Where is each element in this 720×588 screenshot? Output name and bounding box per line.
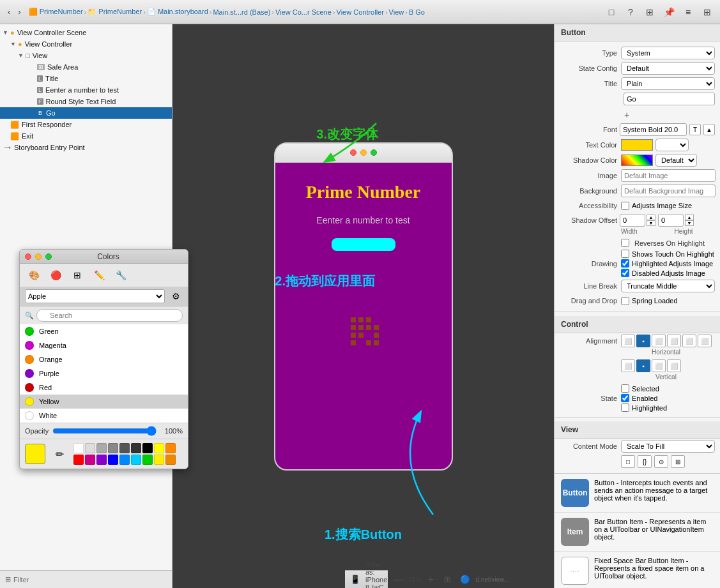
background-input[interactable]	[621, 185, 716, 197]
list-icon[interactable]: ≡	[680, 4, 696, 20]
color-item-orange[interactable]: Orange	[20, 352, 188, 366]
pin-icon[interactable]: 📌	[661, 4, 677, 20]
breadcrumb-item-8[interactable]: B Go	[409, 8, 425, 16]
breadcrumb-item-3[interactable]: 📄 Main.storyboard	[147, 8, 208, 16]
grid-cell-6[interactable]	[131, 443, 141, 453]
breadcrumb-item-4[interactable]: Main.st...rd (Base)	[213, 8, 270, 16]
title-text-input[interactable]	[624, 93, 715, 105]
back-button[interactable]: ‹	[5, 6, 13, 18]
shadow-color-well[interactable]	[621, 155, 653, 166]
shadow-h-up[interactable]: ▲	[685, 215, 694, 220]
breadcrumb-item-6[interactable]: View Controller	[337, 8, 384, 16]
component-item-button[interactable]: Button Button - Intercepts touch events …	[555, 474, 720, 513]
grid-cell-9[interactable]	[165, 443, 176, 453]
tree-item-vc[interactable]: ▼ ● View Controller	[0, 38, 172, 50]
zoom-out-btn[interactable]: —	[392, 573, 405, 586]
disabled-adjusts-checkbox[interactable]	[621, 269, 629, 277]
color-list-select[interactable]: Apple	[25, 289, 165, 303]
zoom-in-btn[interactable]: +	[424, 573, 437, 586]
valign-mid-btn[interactable]: ▪	[636, 359, 650, 372]
component-item-fixed-space[interactable]: ···· Fixed Space Bar Button Item - Repre…	[555, 552, 720, 588]
color-item-white[interactable]: White	[20, 409, 188, 423]
valign-bot-btn[interactable]: ⬜	[652, 359, 666, 372]
align-fill-btn[interactable]: ⬜	[667, 335, 681, 347]
grid-cell-16[interactable]	[142, 455, 153, 465]
grid-cell-4[interactable]	[108, 443, 118, 453]
color-item-red[interactable]: Red	[20, 381, 188, 395]
grid-cell-10[interactable]	[73, 455, 84, 465]
color-item-magenta[interactable]: Magenta	[20, 338, 188, 352]
grid-cell-7[interactable]	[142, 443, 153, 453]
tree-item-text-field[interactable]: F Round Style Text Field	[0, 96, 172, 107]
grid-cell-18[interactable]	[165, 455, 176, 465]
grid-cell-17[interactable]	[154, 455, 164, 465]
adjusts-image-checkbox[interactable]	[621, 202, 629, 210]
breadcrumb-item-2[interactable]: 📁 PrimeNumber	[88, 8, 142, 16]
image-input[interactable]	[621, 169, 716, 182]
color-item-yellow[interactable]: Yellow	[20, 395, 188, 409]
align-right-btn[interactable]: ⬜	[652, 335, 666, 347]
align-leading-btn[interactable]: ⬜	[682, 335, 696, 347]
grid-cell-3[interactable]	[96, 443, 107, 453]
grid-icon[interactable]: ⊞	[440, 572, 455, 587]
tree-item-first-responder[interactable]: 🟧 First Responder	[0, 119, 172, 130]
selected-state-checkbox[interactable]	[621, 384, 629, 393]
grid-cell-5[interactable]	[119, 443, 130, 453]
content-mode-select[interactable]: Scale To Fill	[621, 440, 715, 453]
tree-item-view[interactable]: ▼ □ View	[0, 50, 172, 61]
shows-touch-checkbox[interactable]	[621, 250, 629, 258]
tree-item-safe-area[interactable]: ⊞ Safe Area	[0, 61, 172, 73]
shadow-color-select[interactable]: Default	[655, 154, 697, 167]
color-slider-btn[interactable]: 🔴	[47, 268, 65, 283]
component-item-bar-btn[interactable]: Item Bar Button Item - Represents a item…	[555, 513, 720, 552]
enabled-state-checkbox[interactable]	[621, 394, 629, 402]
color-crayon-btn[interactable]: ✏️	[90, 268, 108, 283]
colors-search-input[interactable]	[36, 309, 183, 322]
ios-go-button[interactable]	[332, 238, 395, 251]
valign-fill-btn[interactable]: ⬜	[667, 359, 681, 372]
tree-item-exit[interactable]: 🟧 Exit	[0, 130, 172, 142]
text-color-well[interactable]	[621, 139, 653, 151]
device-icon[interactable]: 📱	[350, 572, 360, 587]
opacity-slider[interactable]	[52, 426, 157, 436]
line-break-select[interactable]: Truncate Middle	[621, 280, 715, 292]
text-color-select[interactable]	[655, 139, 689, 151]
colors-close-btn[interactable]	[25, 253, 31, 260]
tree-item-go-btn[interactable]: B Go	[0, 107, 172, 119]
grid-cell-8[interactable]	[154, 443, 164, 453]
tree-item-entry-point[interactable]: → Storyboard Entry Point	[0, 142, 172, 153]
grid-cell-14[interactable]	[119, 455, 130, 465]
color-list-settings-btn[interactable]: ⚙	[169, 289, 183, 303]
title-style-select[interactable]: Plain	[621, 77, 715, 90]
shadow-h-down[interactable]: ▼	[685, 220, 694, 226]
color-custom-btn[interactable]: 🔧	[112, 268, 130, 283]
shadow-w-input[interactable]	[620, 214, 645, 227]
shadow-h-input[interactable]	[658, 214, 684, 227]
spring-loaded-checkbox[interactable]	[621, 297, 629, 305]
align-center-btn[interactable]: ▪	[636, 335, 650, 347]
tree-item-scene[interactable]: ▼ ● View Controller Scene	[0, 27, 172, 38]
highlighted-state-checkbox[interactable]	[621, 403, 629, 412]
xcode-icon[interactable]: 🔵	[457, 572, 473, 587]
current-color-swatch[interactable]	[25, 444, 45, 464]
grid-cell-13[interactable]	[108, 455, 118, 465]
align-left-btn[interactable]: ⬜	[621, 335, 635, 347]
grid-cell-12[interactable]	[96, 455, 107, 465]
view-icon-3[interactable]: ⊙	[654, 455, 668, 468]
tree-item-title-lbl[interactable]: L Title	[0, 73, 172, 84]
square-icon[interactable]: □	[604, 4, 619, 20]
color-item-purple[interactable]: Purple	[20, 366, 188, 381]
reverses-checkbox[interactable]	[621, 239, 629, 247]
align-trailing-btn[interactable]: ⬜	[698, 335, 712, 347]
shadow-w-up[interactable]: ▲	[647, 215, 655, 220]
color-wheel-btn[interactable]: 🎨	[25, 268, 43, 283]
eyedropper-button[interactable]: ✏	[50, 445, 68, 463]
view-icon-4[interactable]: ⊞	[671, 455, 685, 468]
view-icon-1[interactable]: □	[621, 455, 635, 468]
inspector-icon[interactable]: ⊞	[642, 4, 657, 20]
highlighted-adjusts-checkbox[interactable]	[621, 259, 629, 268]
type-select[interactable]: System	[621, 47, 715, 59]
view-icon-2[interactable]: {}	[638, 455, 652, 468]
breadcrumb-item-5[interactable]: View Co...r Scene	[275, 8, 332, 16]
add-state-button[interactable]: +	[621, 109, 632, 121]
